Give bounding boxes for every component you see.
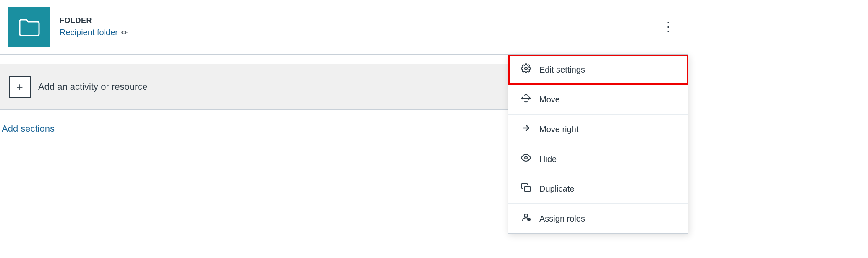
- dropdown-item-duplicate[interactable]: Duplicate: [508, 174, 688, 204]
- pencil-icon[interactable]: ✏: [121, 28, 128, 37]
- dropdown-item-assign-roles[interactable]: Assign roles: [508, 204, 688, 233]
- header-text: FOLDER Recipient folder ✏: [60, 16, 128, 37]
- svg-point-6: [524, 214, 528, 217]
- folder-type-label: FOLDER: [60, 16, 128, 25]
- dropdown-item-move-right[interactable]: Move right: [508, 115, 688, 144]
- folder-icon: [18, 16, 41, 38]
- main-area: FOLDER Recipient folder ✏ ⋮ + Add an act…: [0, 0, 688, 258]
- add-sections-link[interactable]: Add sections: [2, 123, 55, 134]
- folder-name-row: Recipient folder ✏: [60, 28, 128, 37]
- move-label: Move: [539, 95, 560, 104]
- dropdown-item-hide[interactable]: Hide: [508, 144, 688, 174]
- assign-roles-label: Assign roles: [539, 214, 585, 224]
- move-right-label: Move right: [539, 125, 578, 134]
- dropdown-menu: Edit settings Move: [508, 55, 688, 234]
- folder-name-link[interactable]: Recipient folder: [60, 28, 118, 37]
- svg-point-0: [525, 67, 527, 70]
- gear-icon: [520, 63, 532, 76]
- duplicate-icon: [520, 182, 532, 195]
- person-icon: [520, 212, 532, 225]
- header: FOLDER Recipient folder ✏ ⋮: [0, 0, 688, 55]
- svg-rect-5: [525, 186, 530, 192]
- edit-settings-label: Edit settings: [539, 65, 585, 75]
- add-activity-button[interactable]: +: [9, 76, 31, 98]
- svg-point-4: [525, 156, 527, 159]
- hide-label: Hide: [539, 154, 557, 164]
- duplicate-label: Duplicate: [539, 184, 574, 194]
- dropdown-item-move[interactable]: Move: [508, 85, 688, 115]
- dropdown-item-edit-settings[interactable]: Edit settings: [508, 55, 688, 85]
- three-dots-button[interactable]: ⋮: [658, 19, 678, 34]
- folder-icon-box: [8, 7, 50, 47]
- move-icon: [520, 93, 532, 106]
- add-activity-label: Add an activity or resource: [38, 81, 147, 92]
- eye-icon: [520, 153, 532, 165]
- arrow-right-icon: [520, 123, 532, 136]
